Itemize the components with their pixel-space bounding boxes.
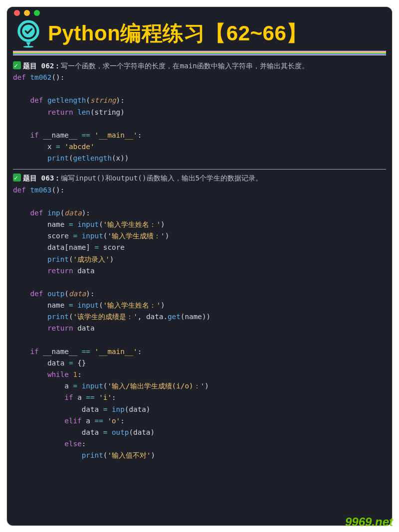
code-line: def outp(data): [13,288,386,300]
code-line: if __name__ == '__main__': [13,346,386,357]
code-line: while 1: [13,369,386,380]
code-line: return data [13,265,386,277]
check-icon [13,174,21,181]
code-line: name = input('输入学生姓名：') [13,300,386,311]
problem-header: 题目 062：写一个函数，求一个字符串的长度，在main函数中输入字符串，并输出… [13,60,386,72]
code-window: Python编程练习【62~66】 题目 062：写一个函数，求一个字符串的长度… [7,7,392,526]
problem-header: 题目 063：编写input()和output()函数输入，输出5个学生的数据记… [13,173,386,184]
rainbow-divider [13,51,386,55]
code-line: print('该学生的成绩是：', data.get(name)) [13,311,386,323]
window-titlebar [7,7,392,19]
check-icon [13,61,21,69]
code-line: if __name__ == '__main__': [13,130,386,141]
code-line: def tm062(): [13,72,386,83]
code-line: score = input('输入学生成绩：') [13,230,386,242]
code-line [13,335,386,346]
close-icon[interactable] [14,10,20,16]
code-line [13,196,386,207]
page-title: Python编程练习【62~66】 [48,19,308,47]
code-line [13,118,386,130]
code-area: 题目 062：写一个函数，求一个字符串的长度，在main函数中输入字符串，并输出… [7,58,392,461]
code-line: x = 'abcde' [13,141,386,153]
code-line: data = outp(data) [13,427,386,438]
code-line: if a == 'i': [13,392,386,403]
svg-point-2 [23,46,34,47]
code-line: elif a == 'o': [13,415,386,427]
code-line: else: [13,438,386,450]
code-line: a = input('输入/输出学生成绩(i/o)：') [13,380,386,392]
code-line [13,277,386,288]
code-line: return len(string) [13,107,386,118]
code-line: print('输入值不对') [13,450,386,461]
code-line [13,83,386,95]
code-line: return data [13,323,386,334]
code-line: print('成功录入') [13,254,386,265]
watermark: 9969.net [345,515,393,529]
logo-icon [14,19,43,48]
code-line: def getlength(string): [13,95,386,106]
code-line: data = inp(data) [13,404,386,415]
code-line: data[name] = score [13,242,386,253]
code-line: data = {} [13,357,386,369]
code-line: def tm063(): [13,184,386,196]
minimize-icon[interactable] [24,10,30,16]
code-line: def inp(data): [13,207,386,219]
divider [13,169,386,170]
header: Python编程练习【62~66】 [7,19,392,49]
code-line: name = input('输入学生姓名：') [13,219,386,230]
maximize-icon[interactable] [34,10,40,16]
code-line: print(getlength(x)) [13,153,386,164]
